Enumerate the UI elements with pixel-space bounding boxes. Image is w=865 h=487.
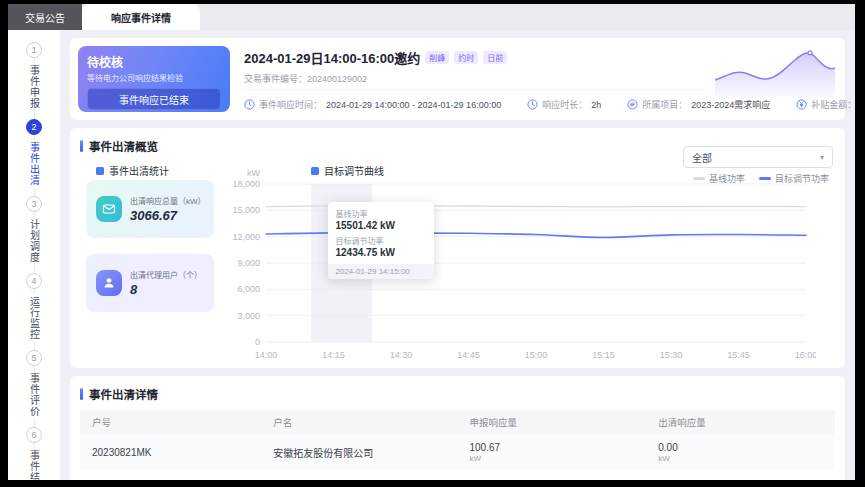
cell-account: 20230821MK [80, 442, 261, 463]
clearing-overview-card: 事件出清概览 事件出清统计 目标调节曲线 全部 ▾ [70, 128, 845, 368]
cell-cleared: 0.00 kW [646, 437, 835, 468]
stat-value: 8 [130, 282, 202, 297]
app-frame: 交易公告 响应事件详情 1 事件申报 2 事件出清 3 计划调度 4 运行监控 … [8, 4, 855, 480]
step-event-declare[interactable]: 1 事件申报 [26, 42, 42, 111]
svg-text:18,000: 18,000 [232, 179, 260, 189]
chart-legend: 基线功率 目标调节功率 [693, 172, 829, 185]
tab-response-event-detail[interactable]: 响应事件详情 [82, 4, 200, 30]
stat-column: 出清响应总量（kW） 3066.67 出清代理用户（个） 8 [86, 180, 214, 312]
col-account: 户号 [80, 415, 261, 429]
event-title-block: 2024-01-29日14:00-16:00邀约 削峰 约时 日前 交易事件编号… [244, 48, 507, 85]
svg-text:9,000: 9,000 [237, 258, 260, 268]
svg-text:15:00: 15:00 [525, 350, 548, 360]
info-label: 补贴金额： [811, 98, 855, 111]
step-number: 1 [26, 42, 42, 58]
user-icon [96, 270, 122, 296]
step-label: 运行监控 [27, 294, 42, 342]
cell-declared: 186.74 [457, 477, 646, 480]
svg-text:3,000: 3,000 [237, 311, 260, 321]
svg-text:14:30: 14:30 [390, 350, 413, 360]
step-number: 4 [26, 273, 42, 289]
section-accent-bar [80, 140, 83, 152]
svg-text:12,000: 12,000 [232, 232, 260, 242]
info-project: 所属项目： 2023-2024需求响应 [627, 98, 770, 111]
info-value: 2024-01-29 14:00:00 - 2024-01-29 16:00:0… [326, 100, 501, 110]
cell-cleared: 186.74 [646, 477, 835, 480]
svg-text:15:15: 15:15 [592, 350, 615, 360]
info-subsidy: 补贴金额： 8元/kW·次 [796, 98, 855, 111]
step-label: 事件申报 [27, 63, 42, 111]
menu-trade-announcement[interactable]: 交易公告 [8, 4, 82, 30]
tooltip-label: 基线功率 [336, 208, 426, 219]
mail-icon [96, 196, 122, 222]
cell-account: 20230820MK [80, 478, 261, 481]
info-label: 事件响应时间： [259, 98, 322, 111]
svg-text:6,000: 6,000 [237, 284, 260, 294]
svg-text:14:15: 14:15 [322, 350, 345, 360]
table-header: 户号 户名 申报响应量 出清响应量 [80, 410, 835, 434]
tooltip-value: 12434.75 kW [336, 247, 426, 258]
info-response-time: 事件响应时间： 2024-01-29 14:00:00 - 2024-01-29… [244, 98, 501, 111]
overview-title: 事件出清概览 [89, 138, 158, 154]
stat-label: 出清代理用户（个） [130, 269, 202, 280]
svg-text:0: 0 [255, 337, 260, 347]
svg-text:15,000: 15,000 [232, 205, 260, 215]
legend-target-power[interactable]: 目标调节功率 [759, 172, 829, 185]
status-card: 待校核 等待电力公司响应结果检验 事件响应已结束 [78, 46, 230, 112]
clearing-table: 户号 户名 申报响应量 出清响应量 20230821MK 安徽拓友股份有限公司 … [80, 410, 835, 480]
tag-day-ahead: 日前 [483, 51, 507, 64]
chart-tooltip: 基线功率 15501.42 kW 目标调节功率 12434.75 kW 2024… [328, 202, 434, 279]
event-info-row: 事件响应时间： 2024-01-29 14:00:00 - 2024-01-29… [244, 89, 705, 111]
event-header-card: 待校核 等待电力公司响应结果检验 事件响应已结束 2024-01-29日14:0… [70, 38, 845, 120]
subtab-label: 事件出清统计 [109, 163, 169, 178]
col-cleared: 出清响应量 [646, 415, 835, 429]
svg-text:15:45: 15:45 [727, 350, 750, 360]
cell-declared: 100.67 kW [457, 437, 646, 468]
step-number: 3 [26, 196, 42, 212]
svg-text:kW: kW [247, 168, 261, 178]
chevron-down-icon: ▾ [820, 153, 824, 162]
cell-name: 安徽拓友股份有限公司 [261, 440, 457, 465]
event-ended-button[interactable]: 事件响应已结束 [87, 88, 221, 110]
step-event-clearing[interactable]: 2 事件出清 [26, 119, 42, 188]
step-label: 事件出清 [27, 140, 42, 188]
stat-value: 3066.67 [130, 208, 204, 223]
table-row: 20230820MK 广德正信机械有限公司 186.74 186.74 [80, 470, 835, 480]
status-subtitle: 等待电力公司响应结果检验 [87, 72, 221, 83]
line-chart-svg: 03,0006,0009,00012,00015,00018,000kW14:0… [220, 168, 816, 364]
filter-dropdown[interactable]: 全部 ▾ [683, 146, 833, 168]
step-sidebar: 1 事件申报 2 事件出清 3 计划调度 4 运行监控 5 事件评价 6 事件结… [8, 30, 60, 480]
step-label: 事件评价 [27, 371, 42, 419]
col-name: 户名 [261, 415, 457, 429]
step-plan-dispatch[interactable]: 3 计划调度 [26, 196, 42, 265]
info-label: 响应时长： [542, 98, 587, 111]
tag-scheduled: 约时 [454, 51, 478, 64]
legend-label: 基线功率 [709, 172, 745, 185]
filter-value: 全部 [692, 150, 712, 165]
svg-text:16:00: 16:00 [795, 350, 816, 360]
subtab-clearing-stats[interactable]: 事件出清统计 [96, 163, 169, 178]
section-accent-bar [80, 388, 83, 400]
svg-text:15:30: 15:30 [660, 350, 683, 360]
stat-card-agent-users: 出清代理用户（个） 8 [86, 254, 214, 312]
project-icon [627, 99, 638, 110]
top-tab-strip: 交易公告 响应事件详情 [8, 4, 855, 30]
clock-icon [527, 99, 538, 110]
step-run-monitor[interactable]: 4 运行监控 [26, 273, 42, 342]
legend-marker [693, 177, 705, 180]
legend-marker [759, 177, 771, 180]
main-content: 待校核 等待电力公司响应结果检验 事件响应已结束 2024-01-29日14:0… [60, 30, 855, 480]
step-event-settle[interactable]: 6 事件结算 [26, 427, 42, 480]
details-title: 事件出清详情 [89, 386, 158, 402]
tooltip-time: 2024-01-29 14:15:00 [328, 264, 434, 279]
step-event-evaluate[interactable]: 5 事件评价 [26, 350, 42, 419]
power-line-chart: 03,0006,0009,00012,00015,00018,000kW14:0… [220, 168, 837, 364]
legend-baseline-power[interactable]: 基线功率 [693, 172, 745, 185]
svg-text:14:45: 14:45 [457, 350, 480, 360]
svg-text:14:00: 14:00 [255, 350, 278, 360]
info-value: 2023-2024需求响应 [691, 98, 770, 111]
clock-icon [244, 99, 255, 110]
clearing-details-card: 事件出清详情 户号 户名 申报响应量 出清响应量 20230821MK 安徽拓友… [70, 376, 845, 480]
blue-square-icon [96, 167, 104, 175]
table-row: 20230821MK 安徽拓友股份有限公司 100.67 kW 0.00 kW [80, 434, 835, 470]
